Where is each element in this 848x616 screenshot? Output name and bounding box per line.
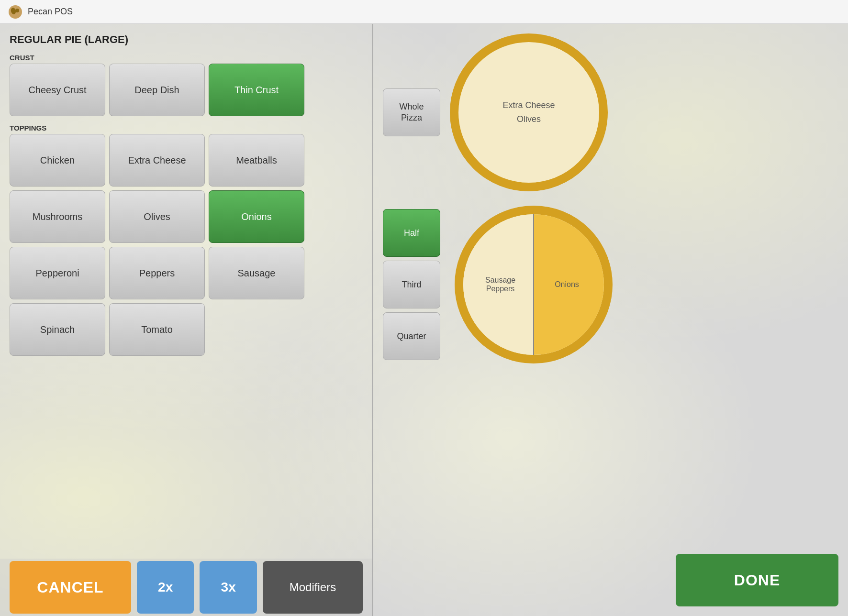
crust-section: CRUST Cheesy Crust Deep Dish Thin Crust [10, 54, 363, 116]
left-half-topping-2: Peppers [486, 285, 515, 293]
topping-btn-chicken[interactable]: Chicken [10, 134, 105, 187]
topping-btn-onions[interactable]: Onions [209, 190, 304, 243]
toppings-section: TOPPINGS Chicken Extra Cheese Meatballs … [10, 124, 363, 356]
modifiers-button[interactable]: Modifiers [263, 561, 363, 614]
whole-pizza-visual: Extra Cheese Olives [450, 33, 608, 191]
2x-button[interactable]: 2x [137, 561, 194, 614]
app-logo-icon [8, 4, 23, 20]
left-half: Sausage Peppers [463, 214, 534, 355]
topping-btn-mushrooms[interactable]: Mushrooms [10, 190, 105, 243]
whole-pizza-btn-area: WholePizza [383, 88, 440, 136]
right-half-topping-1: Onions [555, 280, 579, 289]
crust-options: Cheesy Crust Deep Dish Thin Crust [10, 64, 363, 116]
left-half-topping-1: Sausage [485, 276, 515, 285]
bottom-action-bar: CANCEL 2x 3x Modifiers [0, 559, 372, 616]
half-pizza-row: Half Third Quarter Sausage Peppers Onion… [383, 206, 838, 363]
crust-btn-cheesy[interactable]: Cheesy Crust [10, 64, 105, 116]
right-content: WholePizza Extra Cheese Olives Half Thir… [383, 33, 838, 426]
whole-pizza-topping-2: Olives [517, 112, 541, 126]
main-container: REGULAR PIE (LARGE) CRUST Cheesy Crust D… [0, 24, 848, 616]
crust-btn-thin[interactable]: Thin Crust [209, 64, 304, 116]
topping-btn-spinach[interactable]: Spinach [10, 303, 105, 356]
topping-btn-extra-cheese[interactable]: Extra Cheese [109, 134, 205, 187]
topping-btn-meatballs[interactable]: Meatballs [209, 134, 304, 187]
pizza-slice-buttons: Half Third Quarter [383, 209, 445, 360]
whole-pizza-row: WholePizza Extra Cheese Olives [383, 33, 838, 191]
topping-btn-tomato[interactable]: Tomato [109, 303, 205, 356]
3x-button[interactable]: 3x [200, 561, 257, 614]
third-button[interactable]: Third [383, 261, 440, 308]
half-divider [533, 214, 534, 355]
crust-label: CRUST [10, 54, 363, 62]
right-panel: WholePizza Extra Cheese Olives Half Thir… [373, 24, 848, 616]
quarter-button[interactable]: Quarter [383, 312, 440, 360]
title-bar: Pecan POS [0, 0, 848, 24]
half-pizza-visual: Sausage Peppers Onions [455, 206, 613, 363]
cancel-button[interactable]: CANCEL [10, 561, 131, 614]
svg-point-2 [15, 9, 19, 12]
app-name: Pecan POS [28, 7, 73, 17]
half-button[interactable]: Half [383, 209, 440, 257]
page-title: REGULAR PIE (LARGE) [10, 33, 363, 46]
topping-btn-olives[interactable]: Olives [109, 190, 205, 243]
whole-pizza-button[interactable]: WholePizza [383, 88, 440, 136]
toppings-label: TOPPINGS [10, 124, 363, 132]
topping-btn-peppers[interactable]: Peppers [109, 247, 205, 299]
topping-btn-sausage[interactable]: Sausage [209, 247, 304, 299]
right-half: Onions [534, 214, 604, 355]
left-panel: REGULAR PIE (LARGE) CRUST Cheesy Crust D… [0, 24, 373, 616]
done-button[interactable]: DONE [676, 554, 838, 606]
toppings-grid: Chicken Extra Cheese Meatballs Mushrooms… [10, 134, 363, 356]
topping-btn-pepperoni[interactable]: Pepperoni [10, 247, 105, 299]
crust-btn-deep[interactable]: Deep Dish [109, 64, 205, 116]
whole-pizza-topping-1: Extra Cheese [502, 99, 555, 112]
